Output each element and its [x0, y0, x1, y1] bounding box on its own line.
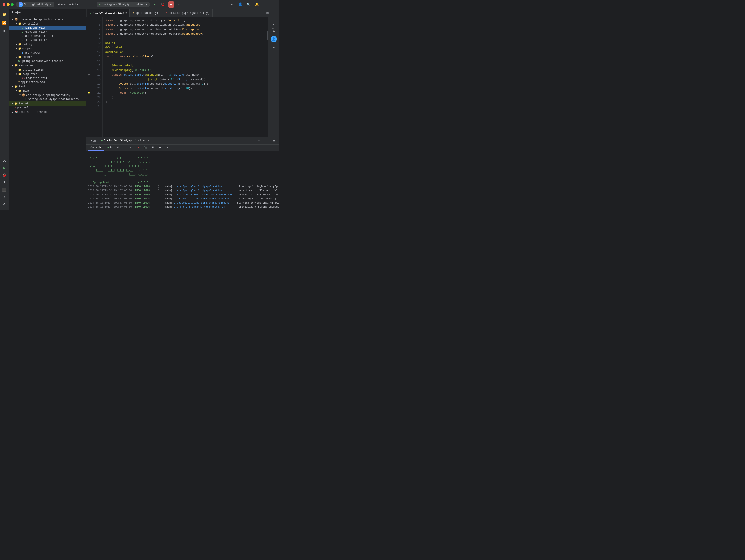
folder-icon: 📁 — [18, 72, 22, 76]
collapse-editor-button[interactable]: — — [272, 10, 278, 16]
run-configuration[interactable]: ▶ SpringBootStudyApplication ▾ — [97, 2, 150, 7]
tree-item-static-folder[interactable]: ▶ 📁 static.static — [9, 68, 86, 72]
tree-item-main-controller[interactable]: C MainController — [9, 26, 86, 30]
tree-item-test-controller[interactable]: C TestController — [9, 38, 86, 42]
folder-icon: 📁 — [18, 22, 22, 26]
tree-item-app-tests[interactable]: C SpringBootStudyApplicationTests — [9, 97, 86, 101]
folder-icon: 📁 — [18, 89, 22, 93]
tree-item-pom-xml[interactable]: M pom.xml — [9, 106, 86, 110]
sidebar-item-debug[interactable]: 🐞 — [1, 172, 8, 179]
version-control-label: Version control — [58, 3, 76, 6]
tree-item-mapper-folder[interactable]: ▼ 📁 mapper — [9, 46, 86, 51]
tree-item-runner-folder[interactable]: ▶ 📁 runner — [9, 55, 86, 59]
sidebar-item-project[interactable]: 📁 — [1, 11, 8, 18]
gutter-24 — [86, 104, 92, 109]
more-button[interactable]: ⋯ — [229, 1, 235, 8]
gutter-10 — [86, 41, 92, 45]
run-button[interactable]: ▶ — [152, 1, 158, 8]
sidebar-item-terminal[interactable]: ⬛ — [1, 186, 8, 193]
editor-scrollbar[interactable] — [266, 17, 268, 137]
run-config-tab-label: SpringBootStudyApplication — [104, 139, 146, 142]
tree-item-register-controller[interactable]: C RegisterController — [9, 34, 86, 38]
minimize-button[interactable] — [7, 3, 9, 6]
bottom-maximize-button[interactable]: ▭ — [271, 138, 277, 144]
folder-icon: 📁 — [18, 68, 22, 71]
debug-button[interactable]: 🐞 — [160, 1, 166, 8]
sidebar-item-structure[interactable]: ⊞ — [1, 27, 8, 34]
line-numbers: 5 6 7 8 9 10 11 12 13 14 15 16 17 18 19 … — [92, 17, 103, 137]
tree-item-external-libs[interactable]: ▶ 📚 External Libraries — [9, 110, 86, 114]
project-selector[interactable]: SB SpringBootStudy ▾ — [17, 2, 54, 7]
structure-icon[interactable]: ⊞ — [270, 44, 277, 50]
avatar-icon[interactable]: 👤 — [270, 36, 277, 42]
sidebar-item-git[interactable] — [1, 157, 8, 164]
wrap-button[interactable]: ⏭ — [157, 144, 163, 151]
code-editor[interactable]: import org.springframework.stereotype.Co… — [103, 17, 266, 137]
chevron-down-icon: ▾ — [24, 11, 26, 14]
code-line-6: import org.springframework.validation.an… — [105, 23, 266, 27]
code-line-12: @Controller — [105, 50, 266, 55]
gutter-20 — [86, 86, 92, 91]
screenshot-button[interactable]: 📷 — [142, 144, 149, 151]
tab-close-icon[interactable]: ✕ — [125, 11, 127, 14]
update-button[interactable]: ↻ — [176, 1, 183, 8]
sidebar-item-todo[interactable]: T — [1, 179, 8, 186]
file-tree-header[interactable]: Project ▾ — [9, 9, 86, 16]
tab-more-button[interactable]: ⋯ — [257, 10, 263, 16]
sidebar-item-settings[interactable]: ⚙ — [1, 201, 8, 208]
maximize-button[interactable] — [11, 3, 13, 6]
tree-item-page-controller[interactable]: C PageController — [9, 30, 86, 34]
html-icon: <> — [22, 77, 25, 80]
tree-item-test-package[interactable]: ▼ 📦 com.example.springbootstudy — [9, 93, 86, 97]
close-window-button[interactable]: ✕ — [270, 1, 276, 8]
folder-icon: 📁 — [18, 47, 22, 50]
console-log-6: 2024-06-12T19:34:29.580-05:00 INFO 11696… — [88, 205, 277, 209]
console-tab-console[interactable]: Console — [88, 144, 104, 151]
tree-item-user-mapper[interactable]: I UserMapper — [9, 51, 86, 55]
version-control-button[interactable]: Version control ▾ — [56, 2, 80, 7]
tree-item-target-folder[interactable]: ▶ 📁 target — [9, 101, 86, 106]
settings-console-button[interactable]: ⚙ — [164, 144, 170, 151]
tree-item-application-yml[interactable]: Y application.yml — [9, 80, 86, 84]
sidebar-item-run[interactable]: ▶ — [1, 164, 8, 172]
sidebar-item-more[interactable]: ⋯ — [1, 35, 8, 43]
code-line-13: public class MainController { — [105, 55, 266, 59]
stop-button[interactable]: ■ — [168, 1, 174, 8]
pause-button[interactable]: ⏸ — [150, 144, 156, 151]
tree-item-resources-folder[interactable]: ▼ 📁 resources — [9, 63, 86, 68]
close-button[interactable] — [3, 3, 5, 6]
avatar-icon[interactable]: 👤 — [237, 1, 244, 8]
file-tree-content: ▼ 📦 com.example.springbootstudy ▼ 📁 cont… — [9, 16, 86, 210]
split-editor-button[interactable]: ⧉ — [264, 10, 271, 16]
console-spring-label: :: Spring Boot :: (v3.3.0) — [88, 180, 277, 184]
tree-item-templates-folder[interactable]: ▼ 📁 templates — [9, 72, 86, 76]
prof-label[interactable]: Prof — [272, 19, 275, 25]
tree-item-entity-folder[interactable]: ▶ 📁 entity — [9, 42, 86, 46]
search-icon[interactable]: 🔍 — [245, 1, 252, 8]
tree-item-package-root[interactable]: ▼ 📦 com.example.springbootstudy — [9, 17, 86, 22]
bottom-tab-config[interactable]: ▶ SpringBootStudyApplication ✕ — [99, 137, 152, 144]
tree-item-application[interactable]: C SpringBootStudyApplication — [9, 59, 86, 63]
bottom-more-button[interactable]: ⋯ — [256, 138, 263, 144]
tab-application-yml[interactable]: Y application.yml — [130, 9, 163, 17]
notifications-icon[interactable]: 🔔 — [254, 1, 260, 8]
sidebar-item-problems[interactable]: ⚠ — [1, 193, 8, 201]
sidebar-item-vcs[interactable]: 🔀 — [1, 19, 8, 26]
minimize-window-button[interactable]: — — [262, 1, 268, 8]
bottom-tab-run[interactable]: Run — [88, 137, 99, 144]
tab-close-icon[interactable]: ✕ — [148, 139, 149, 142]
scrollbar-thumb[interactable] — [267, 31, 268, 40]
tree-item-controller-folder[interactable]: ▼ 📁 controller — [9, 22, 86, 26]
tree-item-register-html[interactable]: <> register.html — [9, 76, 86, 80]
bottom-minimize-button[interactable]: — — [263, 138, 270, 144]
console-spring-version — [88, 176, 277, 180]
console-banner-6: =========|_|==============|___/=/_/_/_/ — [88, 172, 277, 176]
console-tab-actuator[interactable]: ● Actuator — [105, 144, 125, 151]
expand-icon: ▼ — [14, 23, 18, 25]
tree-item-java-folder[interactable]: ▼ 📁 java — [9, 89, 86, 93]
rerun-button[interactable]: ↻ — [128, 144, 134, 151]
tab-pom-xml[interactable]: M pom.xml (SpringBootStudy) — [163, 9, 213, 17]
tree-item-test-folder[interactable]: ▶ 📁 test — [9, 84, 86, 89]
stop-console-button[interactable]: ■ — [135, 144, 141, 151]
tab-main-controller[interactable]: C MainController.java ✕ — [87, 9, 130, 17]
